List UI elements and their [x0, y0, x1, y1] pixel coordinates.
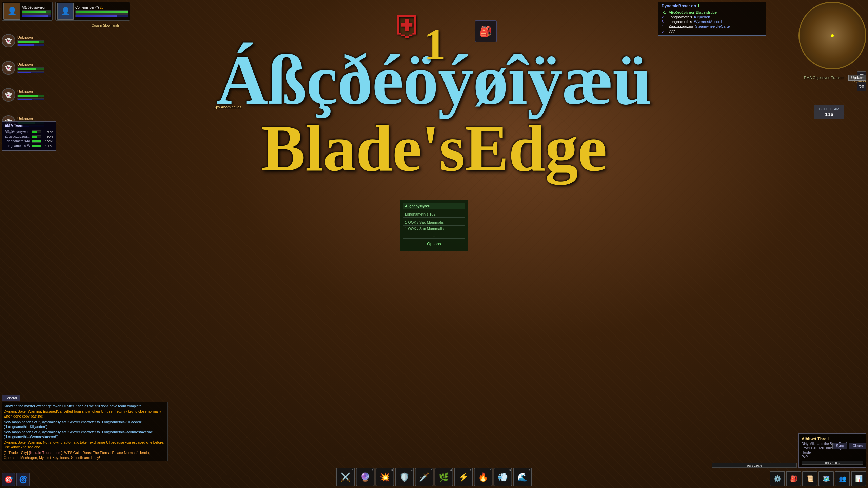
horde-icon: ⛨ [393, 8, 424, 43]
player-name-2: Comeinsider (*) 20 [75, 6, 128, 9]
dynbox-ui-panel: Áßçðéöýøîÿæü Longnamethis 162 1 OOK / Sa… [400, 200, 468, 251]
dynbox-num-4: 4 [662, 24, 667, 28]
minimap-btn-map[interactable]: 🗺 [857, 82, 866, 92]
bl-icon-1[interactable]: 🎯 [2, 473, 15, 486]
chat-line-7: [1. General - Orgrimmar] [Krelkaya-Thral… [4, 461, 166, 461]
unit-mana-3 [17, 98, 44, 100]
player-frame-1: 👤 Áßçðéöýøîÿæü [2, 2, 53, 21]
ema-member-pct-1: 50% [43, 130, 53, 134]
minimap[interactable] [798, 2, 866, 69]
player-frames-top: 👤 Áßçðéöýøîÿæü 👤 Comeinsider (*) 20 [2, 2, 130, 21]
minimap-player-dot [831, 34, 834, 37]
ema-member-name-2: Zugzugzugzug... [5, 135, 30, 138]
player-level-2: 20 [100, 6, 103, 9]
dynbox-item-2: 2 Longnamethis Kil'jaeden [662, 15, 763, 19]
dynbox-name-3: Longnamethis [669, 20, 692, 24]
unit-bars-2: Unknown [17, 62, 44, 73]
dynbox-ui-item-4[interactable]: 1 OOK / Sac Mammalis [403, 226, 465, 232]
unit-avatar-2: 👻 [2, 61, 15, 75]
dynbox-item-4: 4 Zugzugzugzug SteamwheeldleCartel [662, 24, 763, 29]
action-slot-9[interactable]: 💨9 [494, 468, 512, 486]
ema-member-pct-3: 100% [43, 140, 53, 143]
dynbox-realm-2: Kil'jaeden [694, 15, 710, 19]
right-action-2[interactable]: 🎒 [786, 471, 801, 486]
top-center-icons: 🎒 [475, 20, 497, 42]
unit-avatar-1: 👻 [2, 34, 15, 47]
code-team-panel: CODE TEAM 116 [814, 105, 844, 119]
chat-tab-general[interactable]: General [2, 395, 20, 401]
dynbox-name-1: Áßçðéöýøîÿæü [669, 10, 694, 14]
dynbox-ui-item-3[interactable]: 1 OOK / Sac Mammalis [403, 219, 465, 226]
clear-button[interactable]: Clears [849, 443, 866, 449]
dynbox-options-button[interactable]: Options [403, 240, 465, 248]
xp-bar-area: 0% / 160% [712, 463, 797, 468]
action-slot-8[interactable]: 🔥8 [474, 468, 493, 486]
player-avatar-1: 👤 [3, 3, 20, 20]
chat-messages: Showing the master exchange token UI aft… [2, 402, 168, 461]
action-slot-1[interactable]: ⚔️1 [336, 468, 355, 486]
chat-line-2: DynamicBoxer Warning: Escaped/cancelled … [4, 409, 166, 419]
chat-tabs: General [2, 395, 168, 401]
right-action-1[interactable]: ⚙️ [770, 471, 785, 486]
minimap-faction-badge: H [800, 0, 803, 1]
action-slot-5[interactable]: 🗡️5 [415, 468, 434, 486]
action-slot-3[interactable]: 💥3 [376, 468, 394, 486]
unit-mana-fill-1 [18, 44, 34, 46]
ema-member-fill-1 [32, 131, 37, 133]
action-slot-6[interactable]: 🌿6 [435, 468, 453, 486]
code-team-value: 116 [819, 111, 839, 117]
dynbox-ui-item-2[interactable]: Longnamethis 162 [403, 211, 465, 218]
right-action-4[interactable]: 🗺️ [818, 471, 834, 486]
mana-bar-1 [22, 14, 51, 17]
dynbox-ui-item-5[interactable]: ↕ [403, 232, 465, 239]
dynbox-item-1: >1 Áßçðéöýøîÿæü Blade'sEdge [662, 10, 763, 15]
unit-bars-1: Unknown [17, 35, 44, 46]
char-info-name: Albitwó-Thrall [802, 436, 863, 441]
dynboxer-title: DynamicBoxer on 1 [662, 4, 763, 8]
right-action-3[interactable]: 📜 [802, 471, 817, 486]
chat-line-4: New mapping for slot 3, dynamically set … [4, 430, 166, 439]
right-action-5[interactable]: 👥 [835, 471, 850, 486]
mana-fill-1 [22, 15, 48, 17]
unit-frame-1: 👻 Unknown [2, 34, 44, 47]
action-slot-7[interactable]: ⚡7 [454, 468, 473, 486]
ema-member-fill-2 [32, 136, 37, 138]
sync-button[interactable]: Sync [832, 443, 847, 449]
bag-icon[interactable]: 🎒 [475, 20, 497, 42]
right-action-6[interactable]: 📊 [851, 471, 866, 486]
dynbox-ui-item-1[interactable]: Áßçðéöýøîÿæü [403, 203, 465, 209]
unit-name-4: Unknown [17, 117, 44, 121]
xp-bar-label: 0% / 160% [747, 463, 762, 468]
dynbox-item-5: 5 ??? [662, 29, 763, 34]
ema-member-1: Áßçðéöýøîÿæü 50% [5, 130, 53, 134]
ema-member-pct-2: 50% [43, 135, 53, 138]
ema-member-name-1: Áßçðéöýøîÿæü [5, 130, 30, 134]
unit-avatar-3: 👻 [2, 88, 15, 102]
unit-health-fill-1 [18, 41, 39, 43]
cousin-slowhands-label: Cousin Slowhands [92, 24, 120, 27]
dynbox-num-5: 5 [662, 29, 667, 33]
ema-member-bar-4 [32, 145, 41, 147]
player-frame-2: 👤 Comeinsider (*) 20 [55, 2, 130, 21]
ema-member-bar-1 [32, 130, 41, 133]
action-slot-4[interactable]: 🛡️4 [395, 468, 414, 486]
code-team-label: CODE TEAM [819, 107, 839, 111]
ema-objectives: EMA Objectives Tracker Update [804, 75, 866, 81]
bottom-left-icons: 🎯 🌀 [2, 473, 30, 486]
xp-bar: 0% / 160% [712, 463, 797, 468]
unit-health-fill-3 [18, 95, 38, 97]
unit-mana-fill-2 [18, 72, 31, 73]
spy-menu: Spy Abomineves [214, 105, 241, 109]
unit-name-1: Unknown [17, 35, 44, 39]
action-slot-10[interactable]: 🌊0 [513, 468, 532, 486]
health-fill-1 [22, 11, 46, 13]
bl-icon-2[interactable]: 🌀 [16, 473, 30, 486]
right-action-bar: ⚙️ 🎒 📜 🗺️ 👥 📊 [770, 471, 866, 486]
dynbox-num-2: 2 [662, 15, 667, 19]
sync-clear-buttons: Sync Clears [832, 443, 866, 449]
unit-health-3 [17, 95, 44, 97]
ema-update-button[interactable]: Update [848, 75, 866, 81]
ema-member-name-3: Longnamethis-Kil... [5, 139, 30, 143]
action-slot-2[interactable]: 🔮2 [356, 468, 375, 486]
ema-member-3: Longnamethis-Kil... 100% [5, 139, 53, 143]
